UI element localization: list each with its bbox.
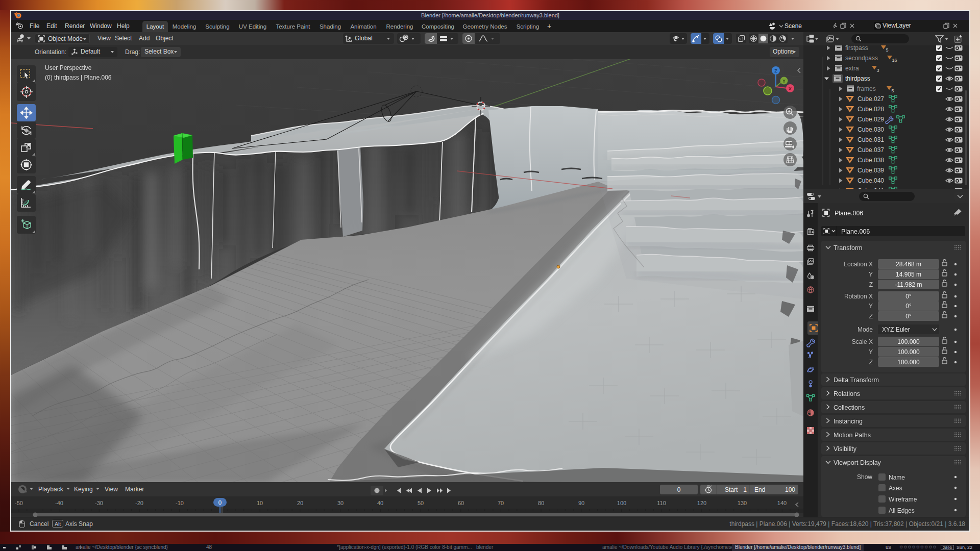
svg-text:Cube.027: Cube.027 xyxy=(857,95,884,103)
svg-text:-40: -40 xyxy=(55,500,63,506)
svg-text:3: 3 xyxy=(877,68,879,73)
svg-text:Z: Z xyxy=(869,313,873,320)
svg-text:Plane.006: Plane.006 xyxy=(841,228,870,235)
svg-text:Y: Y xyxy=(782,79,786,84)
svg-text:Y: Y xyxy=(869,303,873,310)
svg-text:100.000: 100.000 xyxy=(897,338,920,345)
svg-text:XYZ Euler: XYZ Euler xyxy=(882,326,910,333)
svg-text:0°: 0° xyxy=(905,303,912,310)
svg-text:-50: -50 xyxy=(15,500,23,506)
svg-text:70: 70 xyxy=(498,500,504,506)
svg-text:Cube.040: Cube.040 xyxy=(857,177,884,184)
svg-text:16: 16 xyxy=(892,58,897,63)
svg-text:Relations: Relations xyxy=(834,390,860,397)
svg-text:14.905 m: 14.905 m xyxy=(896,271,921,278)
svg-text:120: 120 xyxy=(697,500,706,506)
svg-text:1: 1 xyxy=(743,486,747,493)
svg-text:View: View xyxy=(105,486,118,493)
svg-text:firstpass: firstpass xyxy=(845,44,868,52)
svg-text:80: 80 xyxy=(538,500,544,506)
svg-text:100.000: 100.000 xyxy=(897,348,920,356)
svg-text:0: 0 xyxy=(677,486,681,493)
svg-text:Viewport Display: Viewport Display xyxy=(834,459,881,466)
svg-text:Mode: Mode xyxy=(857,326,873,333)
svg-text:User Perspective: User Perspective xyxy=(45,64,92,71)
svg-text:Cube.037: Cube.037 xyxy=(857,146,884,154)
svg-text:Cube.038: Cube.038 xyxy=(857,157,884,164)
svg-text:0°: 0° xyxy=(905,313,912,320)
svg-text:Show: Show xyxy=(857,473,872,481)
svg-text:Marker: Marker xyxy=(125,486,144,493)
svg-text:frames: frames xyxy=(857,85,876,92)
svg-text:Cube.041: Cube.041 xyxy=(857,187,884,189)
svg-text:Cube.029: Cube.029 xyxy=(857,116,884,123)
svg-text:Y: Y xyxy=(869,271,873,278)
svg-text:130: 130 xyxy=(738,500,747,506)
svg-text:40: 40 xyxy=(377,500,383,506)
svg-text:30: 30 xyxy=(337,500,344,506)
svg-text:28.468 m: 28.468 m xyxy=(896,261,921,268)
svg-text:Motion Paths: Motion Paths xyxy=(834,432,871,439)
svg-text:Cube.030: Cube.030 xyxy=(857,126,884,133)
svg-text:extra: extra xyxy=(845,65,859,72)
svg-text:Rotation X: Rotation X xyxy=(844,293,873,300)
svg-text:100: 100 xyxy=(617,500,626,506)
svg-text:-30: -30 xyxy=(95,500,103,506)
svg-text:thirdpass: thirdpass xyxy=(845,75,870,82)
svg-text:Scale X: Scale X xyxy=(852,338,873,345)
svg-text:110: 110 xyxy=(657,500,666,506)
svg-text:-10: -10 xyxy=(176,500,184,506)
svg-text:Keying: Keying xyxy=(74,486,93,493)
svg-text:20: 20 xyxy=(297,500,303,506)
svg-text:Z: Z xyxy=(869,281,873,288)
svg-text:Plane.006: Plane.006 xyxy=(835,210,863,217)
svg-text:Collections: Collections xyxy=(834,404,865,411)
svg-text:100.000: 100.000 xyxy=(897,359,920,366)
svg-text:Visibility: Visibility xyxy=(834,445,857,453)
svg-text:Z: Z xyxy=(774,68,777,73)
svg-text:Playback: Playback xyxy=(38,486,64,493)
svg-text:140: 140 xyxy=(777,500,787,506)
svg-text:-11.982 m: -11.982 m xyxy=(895,281,922,288)
svg-text:Location X: Location X xyxy=(844,261,873,268)
svg-text:0: 0 xyxy=(218,499,222,506)
svg-text:5: 5 xyxy=(886,47,889,53)
svg-text:End: End xyxy=(754,486,765,493)
svg-text:Transform: Transform xyxy=(834,244,863,252)
svg-text:Instancing: Instancing xyxy=(834,418,863,425)
svg-text:100: 100 xyxy=(785,486,795,493)
svg-text:60: 60 xyxy=(458,500,464,506)
svg-text:X: X xyxy=(789,86,792,91)
svg-text:Start: Start xyxy=(725,486,738,493)
svg-text:Z: Z xyxy=(869,359,873,366)
svg-text:-20: -20 xyxy=(135,500,143,506)
svg-text:50: 50 xyxy=(418,500,424,506)
svg-text:5: 5 xyxy=(892,88,894,93)
svg-text:(0) thirdpass | Plane.006: (0) thirdpass | Plane.006 xyxy=(45,74,112,81)
svg-text:Delta Transform: Delta Transform xyxy=(834,377,879,384)
svg-text:Cube.039: Cube.039 xyxy=(857,167,884,174)
svg-text:Cube.031: Cube.031 xyxy=(857,136,884,143)
svg-text:secondpass: secondpass xyxy=(845,55,878,62)
svg-text:10: 10 xyxy=(257,500,263,506)
svg-text:0°: 0° xyxy=(905,293,912,300)
svg-text:Wireframe: Wireframe xyxy=(889,496,917,503)
svg-text:Name: Name xyxy=(889,474,905,481)
svg-text:Y: Y xyxy=(869,348,873,356)
svg-text:All Edges: All Edges xyxy=(889,507,915,514)
svg-text:Cube.028: Cube.028 xyxy=(857,106,884,113)
svg-text:Axes: Axes xyxy=(889,485,902,492)
svg-text:90: 90 xyxy=(578,500,584,506)
